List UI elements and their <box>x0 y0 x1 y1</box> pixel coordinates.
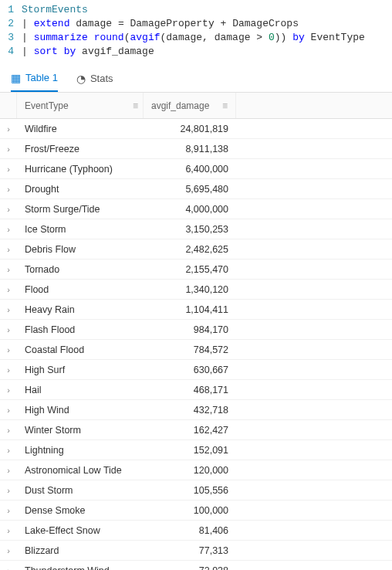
cell-damage: 77,313 <box>144 545 236 556</box>
column-header-damage[interactable]: avgif_damage ≡ <box>144 93 236 118</box>
query-editor[interactable]: 1StormEvents2| extend damage = DamagePro… <box>0 0 392 65</box>
cell-eventtype: Flood <box>17 284 144 295</box>
expand-row-icon[interactable]: › <box>0 385 17 395</box>
code-text[interactable]: | summarize round(avgif(damage, damage >… <box>22 31 392 45</box>
expand-row-icon[interactable]: › <box>0 405 17 415</box>
expand-row-icon[interactable]: › <box>0 144 17 154</box>
column-header-eventtype[interactable]: EventType ≡ <box>17 93 144 118</box>
table-row[interactable]: ›Lightning152,091 <box>0 440 392 460</box>
cell-eventtype: Blizzard <box>17 545 144 556</box>
expand-row-icon[interactable]: › <box>0 285 17 294</box>
expand-row-icon[interactable]: › <box>0 305 17 314</box>
expand-row-icon[interactable]: › <box>0 245 17 254</box>
expand-row-icon[interactable]: › <box>0 165 17 174</box>
table-row[interactable]: ›Hail468,171 <box>0 380 392 400</box>
expand-row-icon[interactable]: › <box>0 124 17 134</box>
cell-eventtype: Thunderstorm Wind <box>17 565 144 571</box>
expand-row-icon[interactable]: › <box>0 205 17 214</box>
expand-row-icon[interactable]: › <box>0 265 17 274</box>
cell-eventtype: Storm Surge/Tide <box>17 204 144 215</box>
column-menu-icon[interactable]: ≡ <box>133 100 138 111</box>
cell-eventtype: Coastal Flood <box>17 344 144 355</box>
expand-row-icon[interactable]: › <box>0 486 17 495</box>
table-row[interactable]: ›Ice Storm3,150,253 <box>0 219 392 239</box>
table-row[interactable]: ›Coastal Flood784,572 <box>0 340 392 360</box>
expand-row-icon[interactable]: › <box>0 426 17 435</box>
expand-row-icon[interactable]: › <box>0 446 17 455</box>
cell-damage: 432,718 <box>144 405 236 416</box>
cell-damage: 72,938 <box>144 565 236 571</box>
expand-row-icon[interactable]: › <box>0 345 17 355</box>
table-row[interactable]: ›Debris Flow2,482,625 <box>0 239 392 260</box>
table-row[interactable]: ›Heavy Rain1,104,411 <box>0 300 392 320</box>
table-row[interactable]: ›Winter Storm162,427 <box>0 420 392 440</box>
editor-line[interactable]: 4| sort by avgif_damage <box>0 45 392 59</box>
expand-row-icon[interactable]: › <box>0 225 17 234</box>
expand-row-icon[interactable]: › <box>0 185 17 194</box>
code-text[interactable]: StormEvents <box>22 3 392 17</box>
table-row[interactable]: ›High Wind432,718 <box>0 400 392 420</box>
tab-table[interactable]: ▦ Table 1 <box>11 65 58 92</box>
table-icon: ▦ <box>11 72 21 84</box>
cell-damage: 984,170 <box>144 324 236 335</box>
cell-eventtype: Frost/Freeze <box>17 144 144 154</box>
cell-damage: 24,801,819 <box>144 124 236 134</box>
cell-eventtype: Dense Smoke <box>17 505 144 516</box>
code-text[interactable]: | sort by avgif_damage <box>22 45 392 59</box>
table-row[interactable]: ›Blizzard77,313 <box>0 541 392 561</box>
expand-row-icon[interactable]: › <box>0 325 17 334</box>
result-tabs: ▦ Table 1 ◔ Stats <box>0 65 392 93</box>
cell-eventtype: Wildfire <box>17 124 144 134</box>
table-row[interactable]: ›High Surf630,667 <box>0 360 392 380</box>
column-menu-icon[interactable]: ≡ <box>222 100 228 111</box>
cell-damage: 105,556 <box>144 485 236 496</box>
cell-damage: 81,406 <box>144 525 236 536</box>
table-row[interactable]: ›Astronomical Low Tide120,000 <box>0 460 392 480</box>
code-text[interactable]: | extend damage = DamageProperty + Damag… <box>22 17 392 31</box>
stats-icon: ◔ <box>76 73 86 85</box>
cell-eventtype: High Wind <box>17 405 144 416</box>
tab-stats[interactable]: ◔ Stats <box>76 65 113 92</box>
cell-eventtype: Heavy Rain <box>17 304 144 315</box>
editor-line[interactable]: 2| extend damage = DamageProperty + Dama… <box>0 17 392 31</box>
cell-eventtype: Winter Storm <box>17 425 144 436</box>
cell-damage: 2,482,625 <box>144 244 236 255</box>
cell-damage: 152,091 <box>144 445 236 456</box>
expand-row-icon[interactable]: › <box>0 526 17 535</box>
column-label: avgif_damage <box>151 100 216 111</box>
table-row[interactable]: ›Frost/Freeze8,911,138 <box>0 139 392 159</box>
expand-row-icon[interactable]: › <box>0 566 17 571</box>
grid-header: EventType ≡ avgif_damage ≡ <box>0 93 392 119</box>
expand-row-icon[interactable]: › <box>0 546 17 555</box>
cell-eventtype: Dust Storm <box>17 485 144 496</box>
table-row[interactable]: ›Storm Surge/Tide4,000,000 <box>0 199 392 219</box>
cell-damage: 8,911,138 <box>144 144 236 154</box>
editor-line[interactable]: 3| summarize round(avgif(damage, damage … <box>0 31 392 45</box>
cell-damage: 1,340,120 <box>144 284 236 295</box>
table-row[interactable]: ›Thunderstorm Wind72,938 <box>0 561 392 570</box>
cell-eventtype: High Surf <box>17 365 144 375</box>
cell-eventtype: Debris Flow <box>17 244 144 255</box>
expand-row-icon[interactable]: › <box>0 506 17 515</box>
cell-eventtype: Tornado <box>17 264 144 275</box>
cell-damage: 162,427 <box>144 425 236 436</box>
expander-header <box>0 93 17 118</box>
table-row[interactable]: ›Lake-Effect Snow81,406 <box>0 521 392 541</box>
table-row[interactable]: ›Tornado2,155,470 <box>0 260 392 280</box>
cell-damage: 3,150,253 <box>144 224 236 235</box>
editor-line[interactable]: 1StormEvents <box>0 3 392 17</box>
grid-body: ›Wildfire24,801,819›Frost/Freeze8,911,13… <box>0 119 392 570</box>
table-row[interactable]: ›Dust Storm105,556 <box>0 480 392 500</box>
expand-row-icon[interactable]: › <box>0 365 17 375</box>
table-row[interactable]: ›Flood1,340,120 <box>0 280 392 300</box>
cell-damage: 2,155,470 <box>144 264 236 275</box>
table-row[interactable]: ›Wildfire24,801,819 <box>0 119 392 139</box>
expand-row-icon[interactable]: › <box>0 466 17 475</box>
table-row[interactable]: ›Dense Smoke100,000 <box>0 500 392 521</box>
table-row[interactable]: ›Drought5,695,480 <box>0 179 392 199</box>
table-row[interactable]: ›Hurricane (Typhoon)6,400,000 <box>0 159 392 179</box>
results-grid: EventType ≡ avgif_damage ≡ ›Wildfire24,8… <box>0 93 392 570</box>
cell-eventtype: Astronomical Low Tide <box>17 465 144 476</box>
cell-eventtype: Lightning <box>17 445 144 456</box>
table-row[interactable]: ›Flash Flood984,170 <box>0 320 392 340</box>
